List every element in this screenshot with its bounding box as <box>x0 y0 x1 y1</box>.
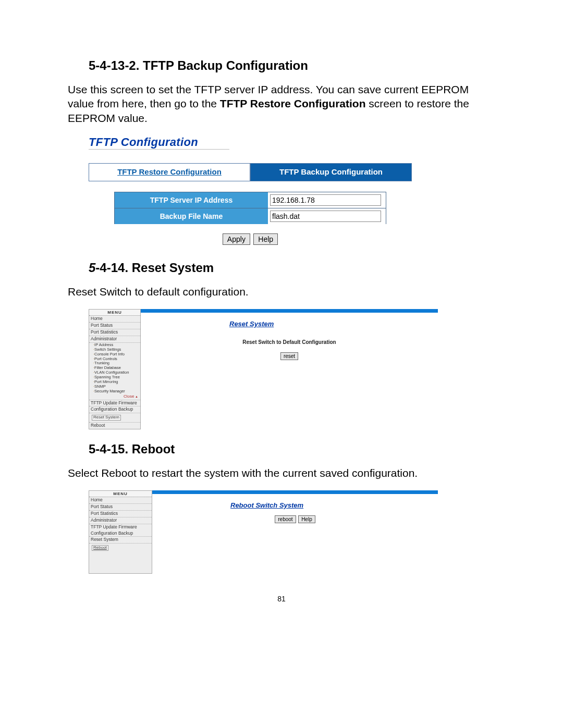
sidebar-reset: MENU Home Port Status Port Statistics Ad… <box>89 309 141 429</box>
tab-tftp-restore[interactable]: TFTP Restore Configuration <box>89 163 250 181</box>
topbar <box>152 490 438 494</box>
heading-tftp-backup: 5-4-13-2. TFTP Backup Configuration <box>89 58 495 73</box>
reset-button[interactable]: reset <box>280 352 298 360</box>
sidebar-item-port-status[interactable]: Port Status <box>89 323 140 329</box>
para-reboot: Select Reboot to restart the system with… <box>68 466 495 480</box>
sidebar-item-port-statistics[interactable]: Port Statistics <box>89 329 140 336</box>
para-tftp-strong: TFTP Restore Configuration <box>220 97 366 109</box>
heading-reset-prefix: 5 <box>89 261 95 275</box>
heading-reset-system: 5-4-14. Reset System <box>89 261 495 275</box>
apply-button[interactable]: Apply <box>223 233 250 245</box>
topbar <box>141 309 438 313</box>
label-ip-address: TFTP Server IP Address <box>115 192 268 208</box>
menu-header: MENU <box>89 491 152 497</box>
sidebar-item-reboot[interactable]: Reboot <box>92 545 108 550</box>
screenshot-reset-system: MENU Home Port Status Port Statistics Ad… <box>89 309 438 429</box>
sidebar-item-administrator[interactable]: Administrator <box>89 517 152 524</box>
panel1-title: TFTP Configuration <box>89 135 229 150</box>
heading-reboot: 5-4-15. Reboot <box>89 442 495 456</box>
tabs-row: TFTP Restore Configuration TFTP Backup C… <box>89 163 412 181</box>
para-tftp-backup: Use this screen to set the TFTP server I… <box>68 82 495 125</box>
close-link[interactable]: Close <box>89 394 140 400</box>
heading-reset-rest: -4-14. Reset System <box>95 261 214 275</box>
panel3-title: Reboot Switch System <box>230 501 329 509</box>
label-backup-filename: Backup File Name <box>115 208 268 224</box>
screenshot-reboot: MENU Home Port Status Port Statistics Ad… <box>89 490 438 574</box>
tab-tftp-backup[interactable]: TFTP Backup Configuration <box>250 163 412 181</box>
sidebar-item-reboot[interactable]: Reboot <box>89 423 140 429</box>
sidebar-item-port-statistics[interactable]: Port Statistics <box>89 511 152 517</box>
sidebar-item-reset-system[interactable]: Reset System <box>89 537 152 544</box>
menu-header: MENU <box>89 310 140 316</box>
sub-security-manager[interactable]: Security Manager <box>89 389 140 394</box>
form-row-filename: Backup File Name <box>114 208 386 224</box>
sidebar-item-administrator[interactable]: Administrator <box>89 336 140 343</box>
panel2-title: Reset System <box>229 320 300 328</box>
input-ip-address[interactable] <box>270 194 381 206</box>
form-row-ip: TFTP Server IP Address <box>114 192 386 208</box>
sidebar-item-home[interactable]: Home <box>89 497 152 504</box>
reboot-button[interactable]: reboot <box>275 515 296 523</box>
input-backup-filename[interactable] <box>270 211 381 222</box>
help-button[interactable]: Help <box>298 515 315 523</box>
page-number: 81 <box>68 595 495 603</box>
para-reset: Reset Switch to default configuration. <box>68 285 495 299</box>
sidebar-item-home[interactable]: Home <box>89 316 140 323</box>
help-button[interactable]: Help <box>253 233 278 245</box>
sidebar-item-reset-system[interactable]: Reset System <box>92 415 121 420</box>
sidebar-item-port-status[interactable]: Port Status <box>89 504 152 511</box>
sidebar-item-tftp-update[interactable]: TFTP Update Firmware <box>89 524 152 530</box>
sidebar-item-config-backup[interactable]: Configuration Backup <box>89 406 140 413</box>
sidebar-reboot: MENU Home Port Status Port Statistics Ad… <box>89 490 152 574</box>
panel2-instr: Reset Switch to Default Configuration <box>141 339 438 345</box>
sidebar-item-config-backup[interactable]: Configuration Backup <box>89 530 152 537</box>
sidebar-item-tftp-update[interactable]: TFTP Update Firmware <box>89 400 140 407</box>
screenshot-tftp-config: TFTP Configuration TFTP Restore Configur… <box>89 135 412 245</box>
